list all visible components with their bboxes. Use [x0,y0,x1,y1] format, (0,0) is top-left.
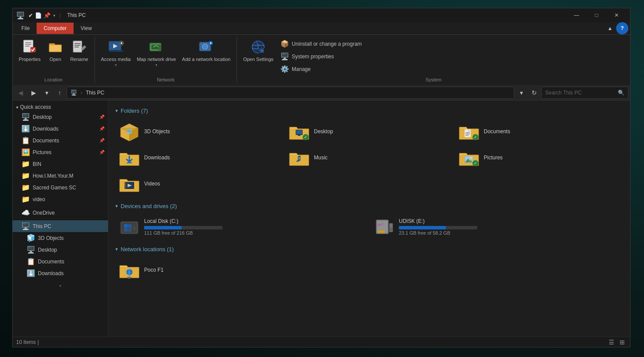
pin-icon: 📌 [99,115,105,119]
sidebar-item-desktop[interactable]: 🖥️ Desktop 📌 [13,111,108,123]
svg-rect-34 [465,134,470,135]
svg-rect-3 [25,46,30,47]
close-button[interactable]: ✕ [607,8,627,22]
titlebar-icon-folder: 🖥️ [16,11,25,20]
sidebar-item-downloads[interactable]: ⬇️ Downloads 📌 [13,123,108,135]
ribbon-open-button[interactable]: Open [44,37,67,64]
ribbon-uninstall-button[interactable]: 📦 Uninstall or change a program [277,38,365,49]
search-icon: 🔍 [618,90,624,96]
network-item-pocof1[interactable]: Poco F1 [115,258,283,282]
folder-item-music[interactable]: Music [285,145,453,170]
sidebar-item-himym[interactable]: 📁 How.I.Met.Your.M [13,170,108,182]
sidebar-desktop-label: Desktop [33,114,52,120]
svg-rect-11 [109,50,123,52]
sidebar-item-documents2[interactable]: 📋 Documents [13,256,108,267]
window-title: This PC [67,12,566,18]
ribbon-add-network-button[interactable]: Add a network location [179,37,233,64]
sidebar-item-onedrive[interactable]: ☁️ OneDrive [13,207,108,219]
documents2-icon: 📋 [27,257,35,266]
folder-name-music: Music [314,155,327,161]
sidebar-item-documents[interactable]: 📋 Documents 📌 [13,135,108,146]
back-button[interactable]: ◀ [14,87,27,99]
details-view-button[interactable]: ☰ [607,338,616,347]
quick-access-label: Quick access [20,104,51,110]
sidebar-item-3dobjects[interactable]: 🧊 3D Objects [13,232,108,244]
tab-view[interactable]: View [74,23,99,34]
ribbon-system-props-button[interactable]: 🖥️ System properties [277,51,365,62]
status-separator: | [37,339,39,345]
sidebar-item-sacred-games[interactable]: 📁 Sacred Games SC [13,182,108,193]
folder-item-pictures[interactable]: ✓ Pictures [455,145,623,170]
tab-computer[interactable]: Computer [37,23,74,34]
devices-section-header[interactable]: ▾ Devices and drives (2) [115,203,623,209]
drive-bar-fill-e [399,226,446,229]
folder-icon-desktop: ✓ [289,122,310,141]
folder-icon-videos [119,174,140,193]
sidebar-downloads2-label: Downloads [38,270,64,276]
ribbon-collapse-button[interactable]: ▲ [604,22,616,34]
svg-rect-16 [158,45,161,50]
folders-section-header[interactable]: ▾ Folders (7) [115,108,623,114]
network-section-header[interactable]: ▾ Network locations (1) [115,246,623,253]
ribbon-open-settings-button[interactable]: Open Settings [240,37,276,64]
sidebar-item-desktop2[interactable]: 🖥️ Desktop [13,244,108,256]
address-bar[interactable]: 🖥️ › This PC [67,87,514,99]
folder-name-downloads: Downloads [144,155,170,161]
maximize-button[interactable]: □ [587,8,607,22]
folder-name-videos: Videos [144,181,160,187]
forward-button[interactable]: ▶ [27,87,40,99]
ribbon-access-media-button[interactable]: Access media ▾ [98,37,133,69]
sidebar-item-bin[interactable]: 📁 BIN [13,158,108,170]
uninstall-label: Uninstall or change a program [292,41,362,47]
drive-item-e[interactable]: SD XC UDISK (E:) [370,215,623,239]
drive-space-c: 111 GB free of 216 GB [144,230,365,236]
svg-rect-31 [298,135,300,136]
system-props-label: System properties [292,54,334,60]
svg-rect-1 [25,42,31,43]
network-grid: Poco F1 [115,258,623,282]
ribbon-map-drive-button[interactable]: Map network drive ▾ [134,37,179,69]
folder-name-documents: Documents [484,128,510,135]
content-pane: ▾ Folders (7) [108,101,630,337]
3dobjects-icon: 🧊 [27,234,35,242]
folder-item-desktop[interactable]: ✓ Desktop [285,119,453,144]
sidebar-item-pictures[interactable]: 🖼️ Pictures 📌 [13,146,108,158]
help-button[interactable]: ? [616,22,628,34]
search-bar[interactable]: Search This PC 🔍 [541,87,628,99]
view-controls: ☰ ⊞ [607,338,627,347]
titlebar-dropdown[interactable]: ▾ [53,13,55,18]
refresh-button[interactable]: ↻ [528,87,540,99]
sidebar-item-downloads2[interactable]: ⬇️ Downloads [13,267,108,279]
pin-icon-3: 📌 [99,138,105,143]
ribbon-rename-button[interactable]: Rename [67,37,91,64]
recent-locations-button[interactable]: ▾ [40,87,53,99]
sidebar-downloads-label: Downloads [33,126,58,132]
svg-point-72 [127,277,132,279]
downloads2-icon: ⬇️ [27,269,35,277]
folder-item-documents[interactable]: ✓ Documents [455,119,623,144]
folder-item-videos[interactable]: Videos [115,172,283,196]
folder-item-downloads[interactable]: Downloads [115,145,283,170]
sidebar-item-thispc[interactable]: 🖥️ This PC [13,220,108,232]
title-bar-app-icons: 🖥️ ✔ 📄 📌 ▾ | [16,11,64,20]
access-media-icon [107,38,125,56]
tiles-view-button[interactable]: ⊞ [618,338,627,347]
svg-rect-66 [383,230,384,233]
tab-file[interactable]: File [14,23,37,34]
location-group-label: Location [16,76,91,83]
up-button[interactable]: ↑ [54,87,66,99]
folder-name-desktop: Desktop [314,128,333,135]
sidebar-item-video[interactable]: 📁 video [13,193,108,205]
address-dropdown-button[interactable]: ▾ [515,87,527,99]
sidebar: ▾ Quick access 🖥️ Desktop 📌 ⬇️ Downloads… [13,101,108,337]
quick-access-header[interactable]: ▾ Quick access [13,102,108,111]
ribbon-group-network: Access media ▾ [95,37,237,83]
drive-item-c[interactable]: Local Disk (C:) 111 GB free of 216 GB [115,215,368,239]
properties-label: Properties [19,57,40,62]
minimize-button[interactable]: — [566,8,587,22]
folder-item-3dobjects[interactable]: 3D Objects [115,119,283,144]
ribbon-properties-button[interactable]: Properties [16,37,43,64]
address-separator: › [81,90,82,96]
ribbon-manage-button[interactable]: ⚙️ Manage [277,64,365,74]
svg-rect-50 [125,187,126,189]
